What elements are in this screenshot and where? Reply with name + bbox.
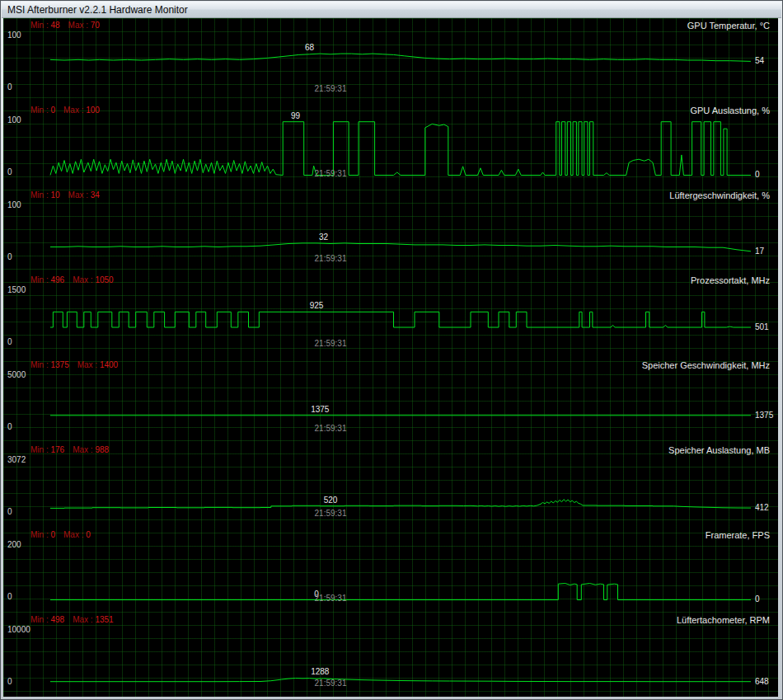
current-value-readout: 0 [755, 595, 760, 604]
metric-title: Prozessortakt, MHz [691, 275, 770, 285]
max-value: 34 [91, 190, 100, 200]
max-label: Max : [68, 190, 88, 200]
monitor-panel-2: Min : 0Max : 100GPU Auslastung, %1000992… [3, 103, 778, 188]
max-value: 1351 [95, 615, 113, 624]
monitor-panel-1: Min : 48Max : 70GPU Temperatur, °C100068… [3, 18, 778, 103]
chart-trace [50, 461, 751, 515]
minmax-readout: Min : 176Max : 988 [30, 445, 109, 455]
current-value-readout: 648 [755, 678, 769, 686]
time-annotation: 21:59:31 [315, 170, 347, 178]
y-axis-min-tick: 0 [7, 678, 12, 686]
minmax-readout: Min : 1375Max : 1400 [30, 360, 118, 370]
peak-value-annotation: 68 [305, 44, 314, 52]
y-axis-max-tick: 3072 [7, 456, 26, 464]
max-value: 70 [91, 21, 100, 30]
peak-value-annotation: 520 [324, 496, 338, 505]
y-axis-min-tick: 0 [7, 168, 12, 176]
time-annotation: 21:59:31 [315, 425, 347, 433]
chart-trace [50, 121, 751, 176]
title-bar[interactable]: MSI Afterburner v2.2.1 Hardware Monitor [2, 2, 781, 18]
max-label: Max : [73, 445, 92, 454]
max-value: 100 [86, 106, 100, 115]
max-label: Max : [63, 530, 83, 539]
chart-trace [50, 36, 751, 91]
min-label: Min : [30, 445, 49, 454]
max-label: Max : [73, 615, 92, 624]
y-axis-max-tick: 5000 [7, 371, 26, 379]
minmax-readout: Min : 48Max : 70 [30, 21, 100, 31]
y-axis-max-tick: 100 [7, 31, 21, 40]
monitor-panel-5: Min : 1375Max : 1400Speicher Geschwindig… [3, 358, 778, 443]
chart-trace [50, 546, 751, 600]
peak-value-annotation: 1288 [311, 668, 329, 676]
monitor-panel-6: Min : 176Max : 988Speicher Auslastung, M… [3, 443, 778, 528]
max-value: 1400 [100, 360, 118, 369]
current-value-readout: 412 [755, 504, 769, 512]
max-value: 1050 [95, 275, 113, 284]
metric-title: Speicher Auslastung, MB [668, 445, 770, 455]
min-label: Min : [30, 360, 49, 369]
peak-value-annotation: 99 [291, 112, 300, 120]
chart-trace [50, 206, 751, 261]
monitor-panel-8: Min : 498Max : 1351Lüftertachometer, RPM… [3, 613, 778, 697]
monitor-panel-7: Min : 0Max : 0Framerate, FPS2000021:59:3… [3, 528, 778, 613]
y-axis-max-tick: 100 [7, 201, 21, 209]
time-annotation: 21:59:31 [315, 679, 347, 688]
current-value-readout: 17 [755, 247, 764, 256]
y-axis-min-tick: 0 [7, 423, 12, 431]
min-label: Min : [30, 21, 49, 30]
max-label: Max : [73, 275, 92, 284]
max-label: Max : [77, 360, 97, 369]
min-value: 1375 [50, 360, 68, 369]
min-label: Min : [30, 530, 49, 539]
metric-title: Speicher Geschwindigkeit, MHz [642, 360, 770, 370]
metric-title: GPU Temperatur, °C [687, 21, 770, 31]
minmax-readout: Min : 10Max : 34 [30, 190, 100, 200]
min-value: 0 [50, 530, 55, 539]
current-value-readout: 1375 [755, 411, 773, 420]
afterburner-window: MSI Afterburner v2.2.1 Hardware Monitor … [0, 0, 783, 700]
monitor-panel-4: Min : 496Max : 1050Prozessortakt, MHz150… [3, 273, 778, 358]
peak-value-annotation: 32 [319, 233, 328, 242]
time-annotation: 21:59:31 [315, 340, 347, 348]
peak-value-annotation: 1375 [311, 406, 329, 414]
max-value: 0 [86, 530, 91, 539]
min-label: Min : [30, 190, 49, 200]
peak-value-annotation: 925 [310, 302, 324, 310]
y-axis-max-tick: 100 [7, 116, 21, 124]
metric-title: Lüftergeschwindigkeit, % [669, 190, 770, 200]
y-axis-max-tick: 1500 [7, 286, 26, 294]
max-label: Max : [68, 21, 88, 30]
y-axis-min-tick: 0 [7, 83, 12, 92]
current-value-readout: 0 [755, 171, 760, 179]
time-annotation: 21:59:31 [315, 255, 347, 263]
min-label: Min : [30, 615, 49, 624]
minmax-readout: Min : 0Max : 0 [30, 530, 91, 540]
y-axis-min-tick: 0 [7, 253, 12, 261]
monitor-panel-3: Min : 10Max : 34Lüftergeschwindigkeit, %… [3, 188, 778, 273]
y-axis-max-tick: 200 [7, 541, 21, 549]
time-annotation: 21:59:31 [315, 85, 347, 93]
y-axis-max-tick: 10000 [7, 626, 30, 634]
min-value: 48 [50, 21, 59, 30]
chart-trace [50, 291, 751, 345]
time-annotation: 21:59:31 [315, 594, 347, 603]
metric-title: GPU Auslastung, % [690, 106, 770, 115]
minmax-readout: Min : 0Max : 100 [30, 106, 100, 115]
y-axis-min-tick: 0 [7, 593, 12, 601]
min-value: 176 [50, 445, 64, 454]
min-value: 498 [50, 615, 64, 624]
hardware-monitor-client: Min : 48Max : 70GPU Temperatur, °C100068… [3, 18, 778, 697]
current-value-readout: 54 [755, 57, 764, 65]
max-label: Max : [63, 106, 83, 115]
y-axis-min-tick: 0 [7, 508, 12, 516]
minmax-readout: Min : 496Max : 1050 [30, 275, 114, 285]
window-title: MSI Afterburner v2.2.1 Hardware Monitor [7, 4, 188, 16]
current-value-readout: 501 [755, 323, 769, 331]
metric-title: Lüftertachometer, RPM [677, 615, 770, 625]
min-value: 496 [50, 275, 64, 284]
chart-trace [50, 631, 751, 685]
time-annotation: 21:59:31 [315, 510, 347, 518]
y-axis-min-tick: 0 [7, 338, 12, 346]
metric-title: Framerate, FPS [706, 530, 770, 540]
